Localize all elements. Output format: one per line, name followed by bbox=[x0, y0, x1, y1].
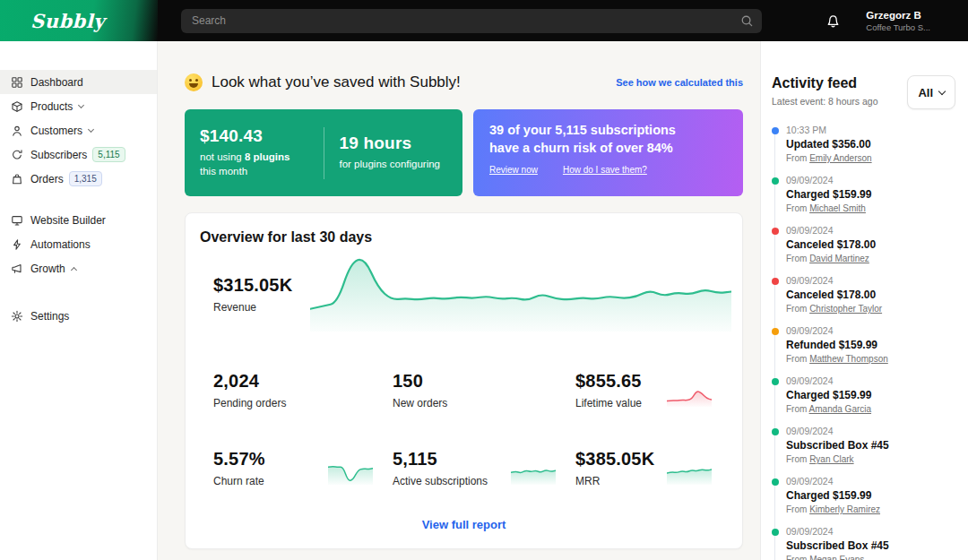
savings-amount-block: $140.43 not using 8 plugins this month bbox=[185, 126, 324, 178]
sidebar-item-growth[interactable]: Growth bbox=[0, 256, 157, 280]
sidebar-item-label: Automations bbox=[30, 238, 91, 251]
customer-link[interactable]: Megan Evans bbox=[809, 555, 864, 560]
sidebar-item-settings[interactable]: Settings bbox=[0, 304, 157, 328]
stat-mrr: $385.05K MRR bbox=[575, 449, 731, 487]
activity-item: 09/09/2024 Canceled $178.00 From Christo… bbox=[786, 275, 955, 314]
sidebar-item-label: Settings bbox=[30, 310, 69, 323]
churn-rate-sparkline bbox=[328, 452, 373, 485]
chevron-down-icon bbox=[938, 87, 946, 94]
sidebar-item-label: Orders bbox=[30, 173, 64, 185]
revenue-label: Revenue bbox=[213, 301, 310, 314]
plugin-savings-card: $140.43 not using 8 plugins this month 1… bbox=[185, 109, 462, 196]
customer-link[interactable]: Ryan Clark bbox=[809, 454, 853, 464]
how-do-i-save-them-link[interactable]: How do I save them? bbox=[563, 165, 647, 175]
savings-title: Look what you’ve saved with Subbly! bbox=[212, 73, 461, 91]
sidebar-item-subscribers[interactable]: Subscribers 5,115 bbox=[0, 142, 157, 167]
status-dot bbox=[772, 378, 779, 385]
status-dot bbox=[772, 529, 779, 536]
savings-hours-desc: for plugins configuring bbox=[340, 158, 445, 172]
money-face-emoji bbox=[185, 73, 203, 91]
chevron-up-icon bbox=[71, 266, 77, 272]
topbar: Subbly Grzegorz B Coffee Turbo S... bbox=[0, 0, 968, 41]
megaphone-icon bbox=[11, 263, 23, 275]
activity-item: 09/09/2024 Charged $159.99 From Michael … bbox=[786, 175, 955, 213]
sidebar-item-products[interactable]: Products bbox=[0, 94, 157, 118]
savings-cards-row: $140.43 not using 8 plugins this month 1… bbox=[185, 109, 743, 196]
logo-wordmark: Subbly bbox=[30, 10, 105, 32]
churn-risk-card: 39 of your 5,115 subscriptions have a ch… bbox=[473, 109, 743, 196]
active-subscriptions-sparkline bbox=[511, 452, 556, 485]
revenue-stat: $315.05K Revenue bbox=[213, 275, 310, 314]
customer-link[interactable]: Michael Smith bbox=[809, 203, 866, 213]
customer-link[interactable]: Amanda Garcia bbox=[809, 404, 871, 414]
customer-link[interactable]: David Martinez bbox=[809, 254, 869, 263]
review-now-link[interactable]: Review now bbox=[489, 165, 538, 175]
stat-churn-rate: 5.57% Churn rate bbox=[213, 449, 393, 487]
user-menu[interactable]: Grzegorz B Coffee Turbo S... bbox=[866, 10, 930, 32]
activity-item: 09/09/2024 Subscribed Box #45 From Ryan … bbox=[786, 426, 955, 464]
sidebar-item-automations[interactable]: Automations bbox=[0, 232, 157, 256]
status-dot bbox=[772, 177, 779, 185]
savings-hours-block: 19 hours for plugins configuring bbox=[324, 134, 463, 172]
sidebar-item-label: Customers bbox=[30, 125, 82, 137]
stat-lifetime-value: $855.65 Lifetime value bbox=[575, 371, 731, 409]
notifications-bell-icon[interactable] bbox=[825, 13, 841, 29]
savings-header: Look what you’ve saved with Subbly! See … bbox=[185, 73, 743, 91]
chevron-down-icon bbox=[88, 125, 94, 132]
main-content: Look what you’ve saved with Subbly! See … bbox=[158, 41, 760, 560]
products-box-icon bbox=[11, 100, 23, 113]
sidebar-item-dashboard[interactable]: Dashboard bbox=[0, 70, 157, 94]
subscribers-count-badge: 5,115 bbox=[92, 147, 125, 162]
activity-item: 09/09/2024 Subscribed Box #45 From Megan… bbox=[786, 526, 955, 560]
activity-title: Activity feed bbox=[772, 75, 903, 91]
activity-item: 09/09/2024 Charged $159.99 From Amanda G… bbox=[786, 375, 955, 414]
activity-subtitle: Latest event: 8 hours ago bbox=[772, 96, 903, 107]
chevron-down-icon bbox=[78, 101, 84, 108]
customers-person-icon bbox=[11, 125, 23, 137]
activity-item: 09/09/2024 Canceled $178.00 From David M… bbox=[786, 225, 955, 263]
stat-active-subscriptions: 5,115 Active subscriptions bbox=[393, 449, 575, 487]
sidebar: Dashboard Products Customers Subscribers… bbox=[0, 41, 158, 560]
revenue-value: $315.05K bbox=[213, 275, 310, 296]
sidebar-item-label: Growth bbox=[30, 263, 65, 275]
sidebar-item-label: Subscribers bbox=[30, 149, 87, 161]
revenue-row: $315.05K Revenue bbox=[186, 254, 742, 333]
sidebar-item-label: Website Builder bbox=[30, 214, 106, 227]
search-bar bbox=[181, 9, 762, 33]
sidebar-item-customers[interactable]: Customers bbox=[0, 118, 157, 142]
logo[interactable]: Subbly bbox=[0, 0, 158, 41]
status-dot bbox=[772, 328, 779, 335]
orders-count-badge: 1,315 bbox=[69, 171, 102, 186]
overview-card: Overview for last 30 days $315.05K Reven… bbox=[185, 212, 743, 549]
topbar-right: Grzegorz B Coffee Turbo S... bbox=[825, 10, 968, 32]
user-organization: Coffee Turbo S... bbox=[866, 22, 930, 32]
customer-link[interactable]: Kimberly Ramirez bbox=[809, 504, 880, 514]
churn-card-links: Review now How do I save them? bbox=[489, 165, 727, 175]
lightning-icon bbox=[11, 238, 23, 251]
see-how-calculated-link[interactable]: See how we calculated this bbox=[616, 77, 743, 88]
mrr-sparkline bbox=[667, 452, 712, 485]
activity-item: 10:33 PM Updated $356.00 From Emily Ande… bbox=[786, 125, 955, 163]
search-input[interactable] bbox=[181, 9, 762, 33]
view-full-report-link[interactable]: View full report bbox=[186, 518, 742, 531]
lifetime-value-sparkline bbox=[667, 375, 712, 407]
status-dot bbox=[772, 228, 779, 235]
customer-link[interactable]: Matthew Thompson bbox=[809, 354, 888, 364]
sidebar-item-website-builder[interactable]: Website Builder bbox=[0, 208, 157, 232]
activity-header: Activity feed Latest event: 8 hours ago … bbox=[772, 75, 955, 107]
status-dot bbox=[772, 428, 779, 435]
status-dot bbox=[772, 127, 779, 134]
churn-risk-text: 39 of your 5,115 subscriptions have a ch… bbox=[489, 122, 727, 157]
stats-grid: 2,024 Pending orders 150 New orders $855… bbox=[186, 371, 742, 487]
activity-filter-dropdown[interactable]: All bbox=[907, 75, 955, 109]
customer-link[interactable]: Emily Anderson bbox=[809, 153, 871, 163]
status-dot bbox=[772, 478, 779, 486]
sidebar-item-orders[interactable]: Orders 1,315 bbox=[0, 167, 157, 191]
overview-title: Overview for last 30 days bbox=[186, 229, 742, 246]
customer-link[interactable]: Christopher Taylor bbox=[809, 304, 882, 314]
user-name: Grzegorz B bbox=[866, 10, 930, 21]
app-root: Subbly Grzegorz B Coffee Turbo S... Dash… bbox=[0, 0, 968, 560]
stat-new-orders: 150 New orders bbox=[393, 371, 575, 409]
savings-amount-desc: not using 8 plugins this month bbox=[200, 151, 306, 178]
savings-amount: $140.43 bbox=[200, 126, 324, 146]
